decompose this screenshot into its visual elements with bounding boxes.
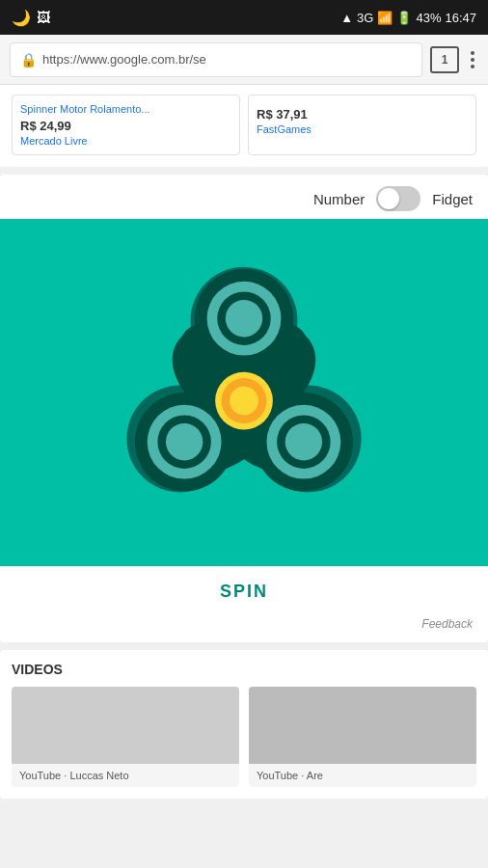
shop-card-1[interactable]: Spinner Motor Rolamento... R$ 24,99 Merc… <box>12 95 240 155</box>
url-text: https://www.google.com.br/se <box>42 52 206 67</box>
toggle-label-fidget: Fidget <box>432 191 473 207</box>
videos-section-title: VIDEOS <box>12 662 476 677</box>
spin-button-container: SPIN <box>0 566 488 617</box>
feedback-row: Feedback <box>0 617 488 642</box>
network-label: 3G <box>357 11 373 25</box>
svg-point-11 <box>226 300 262 337</box>
url-input[interactable]: 🔒 https://www.google.com.br/se <box>10 42 422 77</box>
status-right: ▲ 3G 📶 🔋 43% 16:47 <box>340 11 476 25</box>
svg-point-22 <box>230 387 258 416</box>
video-source-2: YouTube · Are <box>257 770 469 781</box>
toggle-label-number: Number <box>313 191 365 207</box>
svg-point-19 <box>285 423 322 460</box>
shopping-cards-section: Spinner Motor Rolamento... R$ 24,99 Merc… <box>0 85 488 167</box>
video-source-1: YouTube · Luccas Neto <box>19 770 231 781</box>
dot-icon <box>471 65 474 68</box>
shop-card-2[interactable]: R$ 37,91 FastGames <box>248 95 476 155</box>
dot-icon <box>471 51 474 55</box>
video-card-2[interactable]: YouTube · Are <box>249 687 476 787</box>
shop-price-2: R$ 37,91 <box>257 107 468 122</box>
video-info-2: YouTube · Are <box>249 764 476 787</box>
shop-seller-2: FastGames <box>257 123 468 135</box>
status-bar: 🌙 🖼 ▲ 3G 📶 🔋 43% 16:47 <box>0 0 488 35</box>
toggle-thumb <box>378 188 399 209</box>
more-menu-button[interactable] <box>467 47 478 72</box>
fidget-spinner-widget: Number Fidget <box>0 175 488 642</box>
shop-seller-1: Mercado Livre <box>20 135 231 147</box>
svg-point-15 <box>166 423 203 460</box>
videos-section: VIDEOS YouTube · Luccas Neto YouTube · A… <box>0 650 488 799</box>
shop-title-1: Spinner Motor Rolamento... <box>20 103 231 115</box>
signal-icon: ▲ <box>340 11 353 25</box>
lock-icon: 🔒 <box>20 52 37 68</box>
feedback-link[interactable]: Feedback <box>421 617 473 631</box>
tab-count-button[interactable]: 1 <box>430 46 459 73</box>
toggle-bar: Number Fidget <box>0 175 488 219</box>
network-bars: 📶 <box>377 11 393 25</box>
mode-toggle[interactable] <box>376 186 420 211</box>
spin-button[interactable]: SPIN <box>220 582 268 602</box>
video-card-1[interactable]: YouTube · Luccas Neto <box>12 687 239 787</box>
dot-icon <box>471 58 474 62</box>
video-info-1: YouTube · Luccas Neto <box>12 764 239 787</box>
spinner-svg <box>90 238 398 547</box>
address-bar: 🔒 https://www.google.com.br/se 1 <box>0 35 488 85</box>
video-thumbnail-1 <box>12 687 239 764</box>
battery-icon: 🔋 <box>396 11 412 25</box>
video-cards-list: YouTube · Luccas Neto YouTube · Are <box>12 687 476 787</box>
shop-price-1: R$ 24,99 <box>20 119 231 133</box>
moon-icon: 🌙 <box>12 9 31 27</box>
status-left: 🌙 🖼 <box>12 9 50 27</box>
battery-label: 43% <box>416 11 441 25</box>
spinner-canvas[interactable] <box>0 219 488 566</box>
image-icon: 🖼 <box>37 10 50 25</box>
time-label: 16:47 <box>445 11 476 25</box>
video-thumbnail-2 <box>249 687 476 764</box>
